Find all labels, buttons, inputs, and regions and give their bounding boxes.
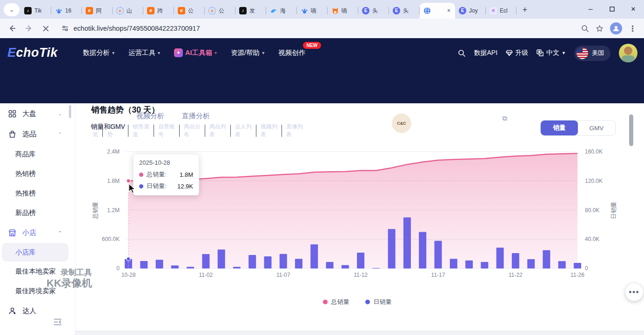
sidebar-item-商品库[interactable]: 商品库 — [0, 144, 75, 164]
daily-sales-bar[interactable] — [280, 254, 287, 268]
subtab-商品分布[interactable]: 商品分布 — [180, 123, 205, 139]
daily-sales-bar[interactable] — [202, 254, 209, 268]
language-selector[interactable]: 中文 ▼ — [537, 49, 566, 57]
daily-sales-bar[interactable] — [481, 262, 488, 268]
region-selector[interactable]: 美国 — [574, 46, 610, 61]
daily-sales-bar[interactable] — [372, 268, 380, 268]
daily-sales-bar[interactable] — [558, 261, 566, 268]
daily-sales-bar[interactable] — [357, 253, 364, 268]
sidebar-item-大盘[interactable]: 大盘⌄ — [0, 103, 75, 124]
nav-item-视频创作[interactable]: 视频创作NEW — [278, 48, 305, 57]
new-tab-button[interactable]: + — [518, 3, 531, 16]
subtab-销售渠道[interactable]: 销售渠道 — [128, 123, 154, 139]
daily-sales-bar[interactable] — [233, 267, 241, 268]
browser-tab[interactable]: e跨 — [143, 3, 174, 19]
daily-sales-bar[interactable] — [512, 253, 519, 268]
bookmark-star-icon[interactable] — [596, 25, 604, 33]
minimize-icon[interactable]: ─ — [580, 0, 601, 18]
maximize-icon[interactable] — [601, 0, 623, 18]
upgrade-link[interactable]: 升级 — [506, 49, 528, 57]
daily-sales-bar[interactable] — [248, 255, 256, 268]
daily-sales-bar[interactable] — [388, 229, 396, 268]
browser-tab[interactable]: e山 — [113, 3, 143, 19]
daily-sales-bar[interactable] — [218, 249, 225, 268]
daily-sales-bar[interactable] — [156, 260, 163, 268]
sidebar-item-热推榜[interactable]: 热推榜 — [0, 183, 75, 203]
subtab-商品列表[interactable]: 商品列表 — [205, 123, 230, 139]
user-avatar[interactable] — [619, 44, 637, 62]
legend-item-总销量[interactable]: 总销量 — [323, 298, 349, 306]
subtab-达人列表[interactable]: 达人列表 — [231, 123, 256, 139]
daily-sales-bar[interactable] — [496, 248, 504, 268]
nav-item-数据分析[interactable]: 数据分析▾ — [83, 48, 114, 57]
site-info-icon[interactable] — [61, 25, 69, 32]
daily-sales-bar[interactable] — [187, 267, 194, 269]
toggle-sales-button[interactable]: 销量 — [541, 121, 578, 135]
browser-tab[interactable]: 嘀 — [328, 3, 358, 19]
group-tab-直播分析[interactable]: 直播分析 — [182, 112, 210, 121]
close-window-icon[interactable]: ✕ — [623, 0, 644, 18]
profile-avatar-icon[interactable] — [610, 22, 622, 34]
sidebar-item-新品榜[interactable]: 新品榜 — [0, 203, 75, 222]
daily-sales-bar[interactable] — [543, 250, 550, 268]
daily-sales-bar[interactable] — [465, 261, 473, 268]
browser-tab[interactable]: e阿 — [82, 3, 113, 19]
sidebar-item-选品[interactable]: 选品⌃ — [0, 124, 75, 144]
daily-sales-bar[interactable] — [527, 259, 535, 268]
browser-tab[interactable]: ⌾Ecl — [486, 3, 517, 19]
zoom-icon[interactable] — [581, 25, 589, 33]
stop-loading-icon[interactable] — [38, 21, 53, 36]
sidebar-scrollbar[interactable] — [69, 105, 71, 118]
browser-tab-active[interactable]: × — [420, 3, 455, 19]
bulb-icon: ⌾ — [490, 7, 497, 14]
collapse-sidebar-icon[interactable] — [54, 318, 62, 326]
nav-item-运营工具[interactable]: 运营工具▾ — [128, 48, 160, 57]
sidebar-item-热销榜[interactable]: 热销榜 — [0, 164, 75, 183]
browser-tab[interactable]: EJoy — [455, 3, 486, 19]
sidebar-item-达人[interactable]: 达人 — [0, 301, 75, 321]
browser-tab[interactable]: ♪发 — [235, 3, 266, 19]
daily-sales-bar[interactable] — [435, 241, 442, 268]
nav-item-AI工具箱[interactable]: ✦AI工具箱▾ — [174, 48, 217, 57]
back-icon[interactable] — [5, 21, 20, 36]
page-scrollbar[interactable] — [629, 114, 633, 146]
close-tab-icon[interactable]: × — [446, 7, 451, 14]
sidebar-item-小店库[interactable]: 小店库 — [2, 243, 68, 261]
copy-icon[interactable]: ⧉ — [503, 114, 507, 122]
daily-sales-bar[interactable] — [264, 256, 272, 268]
daily-sales-bar[interactable] — [171, 266, 179, 268]
data-api-link[interactable]: 数据API — [474, 49, 498, 57]
address-bar[interactable]: echotik.live/shops/7495500842223700917 — [55, 21, 581, 36]
browser-tab[interactable]: e公 — [205, 3, 235, 19]
tab-search-button[interactable]: ⌄ — [4, 3, 20, 16]
daily-sales-bar[interactable] — [450, 259, 457, 268]
daily-sales-bar[interactable] — [574, 263, 581, 268]
daily-sales-bar[interactable] — [419, 232, 426, 268]
daily-sales-bar[interactable] — [326, 262, 334, 268]
search-icon[interactable] — [458, 49, 466, 57]
browser-tab[interactable]: ♪Tik — [20, 3, 51, 19]
daily-sales-bar[interactable] — [310, 244, 318, 268]
subtab-视频列表[interactable]: 视频列表 — [256, 123, 282, 139]
daily-sales-bar[interactable] — [403, 217, 411, 268]
daily-sales-bar[interactable] — [295, 259, 302, 268]
browser-tab[interactable]: 16 — [51, 3, 82, 19]
browser-tab[interactable]: E头 — [358, 3, 389, 19]
subtab-自营账号[interactable]: 自营账号 — [154, 123, 179, 139]
sidebar-item-小店[interactable]: 小店⌃ — [0, 222, 75, 243]
browser-tab[interactable]: e公 — [174, 3, 205, 19]
more-options-button[interactable]: ••• — [625, 283, 643, 301]
browser-tab[interactable]: 嘀 — [297, 3, 328, 19]
toggle-gmv-button[interactable]: GMV — [578, 121, 615, 135]
daily-sales-bar[interactable] — [140, 261, 148, 268]
browser-tab[interactable]: E头 — [389, 3, 420, 19]
nav-item-资源/帮助[interactable]: 资源/帮助▾ — [231, 48, 264, 57]
daily-sales-bar[interactable] — [342, 265, 349, 268]
browser-tab[interactable]: 海 — [266, 3, 297, 19]
favorite-button[interactable] — [619, 114, 637, 132]
legend-item-日销量[interactable]: 日销量 — [365, 298, 392, 306]
browser-menu-icon[interactable]: ⋮ — [629, 24, 637, 34]
subtab-直播列表[interactable]: 直播列表 — [282, 123, 307, 139]
forward-icon[interactable] — [21, 21, 36, 36]
echotik-logo[interactable]: EchoTik — [7, 46, 58, 60]
